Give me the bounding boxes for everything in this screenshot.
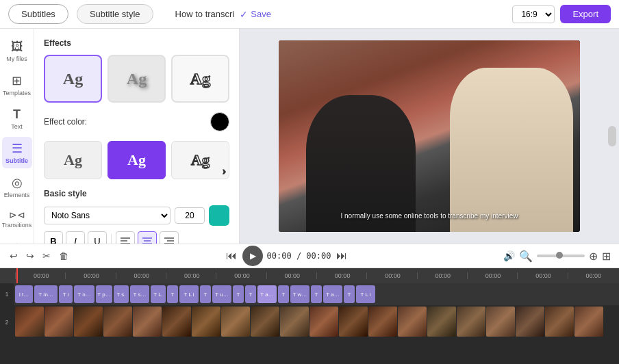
project-name-area: How to transcri ✓ Save: [162, 9, 505, 20]
sidebar-item-subtitle[interactable]: ☰ Subtitle: [2, 137, 32, 168]
playhead-ruler: [16, 268, 18, 283]
ruler-mark: 00:00: [116, 272, 166, 279]
sub-clip[interactable]: T u…: [212, 285, 231, 303]
preview-area: I normally use some online tools to tran…: [240, 29, 619, 244]
sub-clip[interactable]: T: [200, 285, 211, 303]
align-left-button[interactable]: [116, 231, 135, 244]
sub-clip[interactable]: T: [245, 285, 256, 303]
ruler-mark: 00:00: [568, 272, 618, 279]
ruler-marks: 00:00 00:00 00:00 00:00 00:00 00:00 00:0…: [15, 272, 618, 279]
sub-clip[interactable]: T: [167, 285, 178, 303]
effect-item-3[interactable]: Ag: [171, 55, 229, 103]
timeline-ruler: 00:00 00:00 00:00 00:00 00:00 00:00 00:0…: [0, 268, 619, 283]
thumb-frame: [280, 307, 309, 337]
thumb-frame: [339, 307, 368, 337]
sub-clip[interactable]: T: [311, 285, 322, 303]
sidebar-item-elements[interactable]: ◎ Elements: [2, 171, 32, 203]
effect-color-swatch[interactable]: [210, 112, 229, 131]
italic-button[interactable]: I: [66, 231, 85, 244]
prev-frame-button[interactable]: ⏮: [225, 248, 238, 263]
sidebar-item-text[interactable]: T Text: [2, 103, 32, 134]
transport-left: ↩ ↪ ✂ 🗑: [8, 249, 70, 263]
font-size-input[interactable]: 20: [175, 207, 205, 224]
thumb-frame: [192, 307, 220, 337]
export-button[interactable]: Export: [560, 5, 611, 23]
transport-center: ⏮ ▶ 00:00 / 00:00 ⏭: [75, 246, 498, 266]
style-card-2[interactable]: Ag: [108, 141, 166, 179]
thumb-frame: [486, 307, 515, 337]
timeline-area: 00:00 00:00 00:00 00:00 00:00 00:00 00:0…: [0, 268, 619, 364]
basic-style-label: Basic style: [44, 189, 229, 198]
grid-button[interactable]: ⊞: [602, 250, 611, 263]
undo-button[interactable]: ↩: [8, 249, 19, 263]
sub-clip[interactable]: I t…: [15, 285, 33, 303]
cut-button[interactable]: ✂: [41, 249, 52, 263]
video-subtitle: I normally use some online tools to tran…: [327, 212, 532, 220]
sub-clip[interactable]: T s…: [130, 285, 149, 303]
sub-clip[interactable]: T m…: [34, 285, 58, 303]
sub-clip[interactable]: T a…: [257, 285, 277, 303]
icon-sidebar: 🖼 My files ⊞ Templates T Text ☰ Subtitle…: [0, 29, 34, 244]
subtitles-tab[interactable]: Subtitles: [8, 4, 68, 24]
sidebar-item-templates[interactable]: ⊞ Templates: [2, 69, 32, 101]
tracks-content: I t… T m… T i T n… T p… T s. T s… T L. T…: [14, 283, 619, 364]
thumb-frame: [398, 307, 427, 337]
ruler-mark: 00:00: [417, 272, 467, 279]
effect-item-2[interactable]: Ag: [108, 55, 166, 103]
transitions-icon: ⊳⊲: [9, 209, 25, 220]
video-thumb-track: [14, 305, 619, 338]
effect-item-1[interactable]: Ag: [44, 55, 102, 103]
subtitle-track: I t… T m… T i T n… T p… T s. T s… T L. T…: [14, 283, 619, 305]
ruler-mark: 00:00: [366, 272, 416, 279]
zoom-slider[interactable]: [537, 255, 585, 257]
thumb-frame: [251, 307, 279, 337]
sub-clip[interactable]: T s.: [114, 285, 129, 303]
style-card-3[interactable]: Ag: [171, 141, 229, 179]
play-button[interactable]: ▶: [242, 246, 263, 266]
thumb-frame: [45, 307, 73, 337]
sub-clip[interactable]: T: [278, 285, 289, 303]
sidebar-item-my-files[interactable]: 🖼 My files: [2, 36, 32, 66]
aspect-ratio-select[interactable]: 16:9 9:16 1:1: [512, 5, 555, 23]
zoom-thumb: [556, 252, 563, 259]
sub-clip[interactable]: T L i: [179, 285, 199, 303]
thumb-frame: [574, 307, 603, 337]
align-right-button[interactable]: [160, 231, 179, 244]
sidebar-item-music[interactable]: ♪ Music: [2, 235, 32, 244]
bold-button[interactable]: B: [44, 231, 63, 244]
next-frame-button[interactable]: ⏭: [335, 248, 349, 263]
zoom-in-button[interactable]: ⊕: [588, 248, 599, 264]
align-center-button[interactable]: [138, 231, 157, 244]
sub-clip[interactable]: T L.: [151, 285, 166, 303]
sidebar-item-transitions[interactable]: ⊳⊲ Transitions: [2, 205, 32, 233]
delete-button[interactable]: 🗑: [58, 249, 70, 263]
font-select[interactable]: Noto Sans Arial Times New Roman: [44, 207, 170, 224]
track-num-2: 2: [0, 305, 14, 339]
text-label: Text: [11, 123, 23, 130]
subtitle-panel: Effects Ag Ag Ag Effect color: Ag Ag Ag …: [34, 29, 240, 244]
my-files-icon: 🖼: [11, 40, 23, 54]
volume-icon: 🔊: [503, 250, 515, 261]
thumb-frame: [162, 307, 191, 337]
sub-clip[interactable]: T n…: [74, 285, 94, 303]
redo-button[interactable]: ↪: [25, 249, 36, 263]
sub-clip[interactable]: T w…: [290, 285, 310, 303]
text-color-picker[interactable]: [209, 205, 229, 226]
save-button[interactable]: ✓ Save: [240, 9, 271, 20]
sub-clip[interactable]: T: [344, 285, 355, 303]
time-display: 00:00 / 00:00: [267, 251, 331, 261]
sub-clip[interactable]: T: [233, 285, 244, 303]
zoom-out-button[interactable]: 🔍: [518, 248, 534, 264]
underline-button[interactable]: U: [88, 231, 107, 244]
sub-clip[interactable]: T a…: [323, 285, 342, 303]
sub-clip[interactable]: T L i: [356, 285, 375, 303]
elements-icon: ◎: [12, 175, 23, 190]
thumb-frame: [516, 307, 544, 337]
style-card-1[interactable]: Ag: [44, 141, 102, 179]
ruler-mark: 00:00: [316, 272, 366, 279]
sub-clip[interactable]: T i: [59, 285, 73, 303]
sub-clip[interactable]: T p…: [96, 285, 112, 303]
subtitle-style-tab[interactable]: Subtitle style: [77, 4, 153, 24]
track-num-1: 1: [0, 283, 14, 305]
preview-scroll-handle[interactable]: [608, 126, 616, 146]
